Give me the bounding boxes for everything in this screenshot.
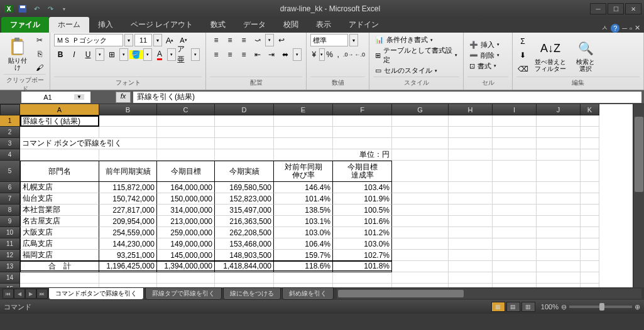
fill-color-dropdown[interactable]: ▾ bbox=[143, 48, 152, 61]
help-icon[interactable]: ? bbox=[611, 24, 619, 33]
merge-dropdown[interactable]: ▾ bbox=[293, 48, 302, 61]
cell[interactable] bbox=[392, 149, 449, 161]
cell[interactable] bbox=[537, 115, 581, 127]
cell[interactable]: 93,251,000 bbox=[99, 250, 157, 261]
cell[interactable]: 罫線を引く(結果) bbox=[20, 115, 99, 127]
cell[interactable] bbox=[581, 149, 599, 161]
sheet-tab-1[interactable]: コマンドボタンで罫線を引く bbox=[48, 287, 144, 300]
zoom-in-button[interactable]: ⊕ bbox=[635, 303, 640, 311]
zoom-out-button[interactable]: ⊖ bbox=[561, 303, 567, 311]
sheet-nav-last[interactable]: ⏭ bbox=[36, 289, 48, 299]
cell[interactable] bbox=[493, 161, 537, 182]
cell[interactable] bbox=[392, 216, 449, 227]
cell[interactable] bbox=[537, 149, 581, 161]
cell[interactable] bbox=[581, 238, 599, 250]
cell[interactable] bbox=[157, 149, 215, 161]
cell[interactable] bbox=[537, 216, 581, 227]
cell[interactable] bbox=[449, 238, 493, 250]
cell[interactable] bbox=[493, 216, 537, 227]
view-pagebreak-icon[interactable]: ▥ bbox=[521, 302, 535, 312]
row-header-4[interactable]: 4 bbox=[0, 149, 20, 161]
cell[interactable] bbox=[449, 216, 493, 227]
cell-styles-button[interactable]: ▭セルのスタイル▾ bbox=[373, 65, 459, 76]
cell[interactable] bbox=[392, 261, 449, 272]
cell[interactable]: 今期目標 bbox=[157, 161, 215, 182]
copy-icon[interactable]: ⎘ bbox=[33, 48, 46, 60]
cell[interactable] bbox=[215, 284, 274, 287]
cell[interactable] bbox=[537, 272, 581, 284]
cell[interactable]: 149,000,000 bbox=[157, 238, 215, 250]
cell[interactable] bbox=[581, 127, 599, 138]
cell[interactable] bbox=[581, 161, 599, 182]
cell[interactable] bbox=[20, 127, 99, 138]
cell[interactable] bbox=[449, 250, 493, 261]
column-header-A[interactable]: A bbox=[20, 104, 99, 115]
cell[interactable] bbox=[449, 261, 493, 272]
cell[interactable] bbox=[157, 138, 215, 149]
conditional-format-button[interactable]: 📊条件付き書式▾ bbox=[373, 35, 459, 45]
align-right-icon[interactable]: ≡ bbox=[237, 48, 250, 61]
cell[interactable]: 本社営業部 bbox=[20, 205, 99, 216]
italic-icon[interactable]: I bbox=[68, 48, 80, 61]
cell[interactable]: 254,559,000 bbox=[99, 227, 157, 238]
cell[interactable]: 209,954,000 bbox=[99, 216, 157, 227]
column-header-J[interactable]: J bbox=[537, 104, 581, 115]
increase-indent-icon[interactable]: ⇥ bbox=[265, 48, 278, 61]
horizontal-scrollbar[interactable] bbox=[337, 289, 641, 299]
view-pagelayout-icon[interactable]: ▤ bbox=[506, 302, 520, 312]
cell[interactable]: 315,497,000 bbox=[215, 205, 274, 216]
cell[interactable]: 103.0% bbox=[274, 227, 333, 238]
sheet-tab-4[interactable]: 斜め線を引く bbox=[282, 287, 334, 300]
cell[interactable]: 146.4% bbox=[274, 182, 333, 193]
cell[interactable]: 101.4% bbox=[274, 193, 333, 205]
cell[interactable]: 102.7% bbox=[333, 250, 392, 261]
tab-data[interactable]: データ bbox=[234, 17, 275, 33]
cell[interactable] bbox=[581, 205, 599, 216]
cell[interactable] bbox=[333, 115, 392, 127]
cell[interactable] bbox=[537, 261, 581, 272]
select-all-corner[interactable] bbox=[0, 104, 20, 115]
cell[interactable] bbox=[537, 227, 581, 238]
cell[interactable] bbox=[493, 182, 537, 193]
cell[interactable] bbox=[392, 205, 449, 216]
cell[interactable] bbox=[392, 272, 449, 284]
cell[interactable] bbox=[493, 284, 537, 287]
cell[interactable] bbox=[537, 193, 581, 205]
cell[interactable] bbox=[333, 284, 392, 287]
row-header-14[interactable]: 14 bbox=[0, 272, 20, 284]
cell[interactable] bbox=[581, 138, 599, 149]
cell[interactable] bbox=[392, 127, 449, 138]
view-normal-icon[interactable]: ▦ bbox=[491, 302, 505, 312]
decrease-decimal-icon[interactable]: ←.0 bbox=[354, 48, 365, 61]
scrollbar-thumb[interactable] bbox=[635, 117, 643, 192]
cell[interactable] bbox=[392, 284, 449, 287]
zoom-slider[interactable] bbox=[569, 306, 632, 308]
format-painter-icon[interactable]: 🖌 bbox=[33, 61, 46, 74]
cell[interactable] bbox=[20, 149, 99, 161]
accounting-dropdown[interactable]: ▾ bbox=[319, 48, 325, 61]
cell[interactable]: 101.6% bbox=[333, 216, 392, 227]
hscroll-thumb[interactable] bbox=[338, 290, 464, 297]
cell[interactable]: 名古屋支店 bbox=[20, 216, 99, 227]
cell[interactable] bbox=[581, 193, 599, 205]
cell[interactable] bbox=[99, 127, 157, 138]
orientation-icon[interactable]: ⤻ bbox=[251, 34, 264, 46]
font-name-input[interactable] bbox=[54, 34, 123, 46]
cell[interactable] bbox=[333, 272, 392, 284]
cell[interactable] bbox=[581, 250, 599, 261]
cell[interactable]: 1,394,000,000 bbox=[157, 261, 215, 272]
cell[interactable] bbox=[215, 138, 274, 149]
tab-formulas[interactable]: 数式 bbox=[202, 17, 234, 33]
format-as-table-button[interactable]: ⊞テーブルとして書式設定▾ bbox=[373, 45, 459, 65]
row-header-11[interactable]: 11 bbox=[0, 238, 20, 250]
number-format-input[interactable] bbox=[310, 34, 348, 46]
increase-decimal-icon[interactable]: .0→ bbox=[343, 48, 354, 61]
cell[interactable]: 262,208,500 bbox=[215, 227, 274, 238]
cell[interactable] bbox=[581, 227, 599, 238]
font-color-dropdown[interactable]: ▾ bbox=[167, 48, 176, 61]
cell[interactable]: 144,230,000 bbox=[99, 238, 157, 250]
align-middle-icon[interactable]: ≡ bbox=[224, 34, 236, 46]
insert-cells-button[interactable]: ➕挿入▾ bbox=[467, 40, 501, 50]
tab-review[interactable]: 校閲 bbox=[275, 17, 307, 33]
fill-color-icon[interactable]: 🪣 bbox=[129, 48, 142, 61]
